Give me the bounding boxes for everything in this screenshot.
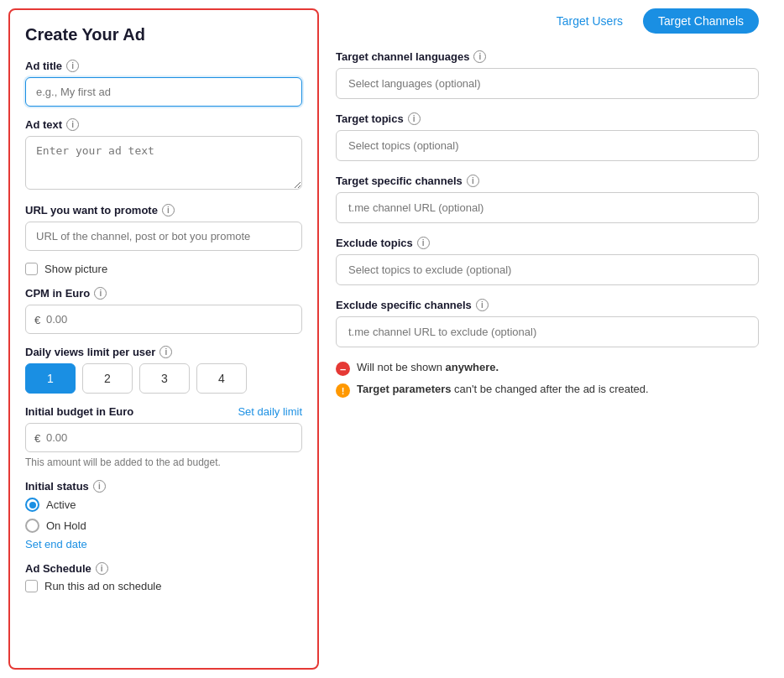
ad-text-input[interactable] [25,136,302,190]
views-btn-4[interactable]: 4 [196,363,247,394]
exclude-channels-info-icon[interactable]: i [476,299,489,311]
budget-note: This amount will be added to the ad budg… [25,456,302,468]
budget-input-wrap: € [25,423,302,452]
exclude-topics-info-icon[interactable]: i [417,237,430,249]
schedule-group: Ad Schedule i Run this ad on schedule [25,562,302,592]
page-title: Create Your Ad [25,25,302,44]
budget-label: Initial budget in Euro [25,405,133,418]
show-picture-checkbox[interactable] [25,263,38,275]
specific-channels-input[interactable] [336,192,759,223]
status-active-row: Active [25,498,302,512]
views-btn-1[interactable]: 1 [25,363,76,394]
cpm-group: CPM in Euro i € [25,287,302,334]
exclude-channels-label: Exclude specific channels i [336,299,759,311]
schedule-info-icon[interactable]: i [96,562,108,575]
ad-text-group: Ad text i [25,118,302,192]
topics-group: Target topics i [336,112,759,161]
lang-label: Target channel languages i [336,50,759,63]
budget-header: Initial budget in Euro Set daily limit [25,405,302,418]
status-radio-group: Active On Hold [25,498,302,533]
views-limit-group: Daily views limit per user i 1 2 3 4 [25,346,302,394]
topics-label: Target topics i [336,112,759,125]
ad-title-info-icon[interactable]: i [66,60,79,72]
status-active-label: Active [46,498,76,511]
status-active-radio[interactable] [25,498,39,512]
show-picture-row: Show picture [25,263,302,275]
exclude-topics-label: Exclude topics i [336,237,759,249]
budget-euro-wrap: € [25,423,302,452]
budget-group: Initial budget in Euro Set daily limit €… [25,405,302,468]
exclude-topics-input[interactable] [336,254,759,285]
schedule-checkbox[interactable] [25,580,38,592]
status-onhold-radio[interactable] [25,519,39,533]
notice-text-2: Target parameters can't be changed after… [357,383,649,395]
budget-input[interactable] [25,423,302,452]
cpm-label: CPM in Euro i [25,287,302,300]
ad-title-group: Ad title i [25,60,302,107]
specific-channels-label: Target specific channels i [336,175,759,187]
views-btn-3[interactable]: 3 [139,363,190,394]
cpm-info-icon[interactable]: i [94,287,107,300]
notice-red-icon [336,362,350,376]
target-channels-panel: Target Users Target Channels Target chan… [319,8,776,670]
budget-euro-symbol: € [34,431,40,444]
specific-channels-group: Target specific channels i [336,175,759,223]
cpm-input[interactable] [25,305,302,334]
schedule-checkbox-label: Run this ad on schedule [44,580,161,592]
views-info-icon[interactable]: i [159,346,172,358]
set-end-date-link[interactable]: Set end date [25,538,87,550]
tab-target-channels[interactable]: Target Channels [643,8,759,34]
ad-title-label: Ad title i [25,60,302,72]
exclude-topics-group: Exclude topics i [336,237,759,285]
exclude-channels-group: Exclude specific channels i [336,299,759,347]
topics-input[interactable] [336,130,759,161]
ad-text-label: Ad text i [25,118,302,131]
tab-target-users[interactable]: Target Users [543,8,636,34]
show-picture-label: Show picture [44,263,107,275]
schedule-label: Ad Schedule i [25,562,302,575]
status-onhold-label: On Hold [46,519,86,532]
schedule-checkbox-row: Run this ad on schedule [25,580,302,592]
lang-input[interactable] [336,68,759,99]
views-limit-label: Daily views limit per user i [25,346,302,358]
status-group: Initial status i Active On Hold Set end … [25,480,302,550]
url-info-icon[interactable]: i [162,204,175,216]
cpm-input-wrap: € [25,305,302,334]
status-info-icon[interactable]: i [93,480,106,493]
notices-list: Will not be shown anywhere. Target param… [336,361,759,398]
status-label: Initial status i [25,480,302,493]
url-group: URL you want to promote i [25,204,302,251]
views-btn-2[interactable]: 2 [82,363,133,394]
url-input[interactable] [25,222,302,251]
url-label: URL you want to promote i [25,204,302,216]
notice-row-1: Will not be shown anywhere. [336,361,759,376]
notice-text-1: Will not be shown anywhere. [357,361,499,373]
lang-group: Target channel languages i [336,50,759,99]
ad-text-info-icon[interactable]: i [66,118,79,131]
exclude-channels-input[interactable] [336,316,759,347]
notice-orange-icon [336,383,350,398]
create-ad-panel: Create Your Ad Ad title i Ad text i URL … [8,8,319,670]
lang-info-icon[interactable]: i [473,50,486,63]
cpm-euro-symbol: € [34,313,40,326]
top-tabs: Target Users Target Channels [336,8,759,34]
views-buttons-container: 1 2 3 4 [25,363,302,394]
status-onhold-row: On Hold [25,519,302,533]
notice-row-2: Target parameters can't be changed after… [336,383,759,398]
set-daily-limit-link[interactable]: Set daily limit [238,405,302,418]
ad-title-input[interactable] [25,77,302,107]
specific-channels-info-icon[interactable]: i [467,175,479,187]
topics-info-icon[interactable]: i [408,112,421,125]
